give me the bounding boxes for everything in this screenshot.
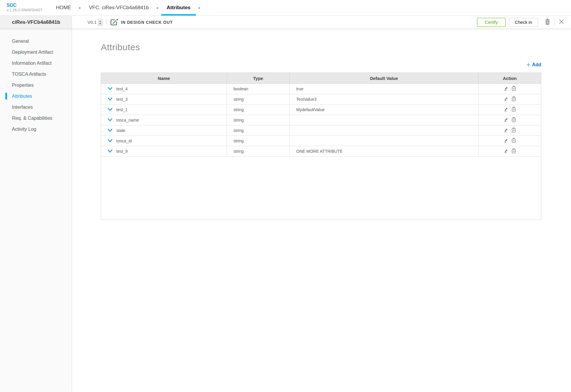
tab-attributes[interactable]: Attributes [161, 0, 196, 15]
breadcrumb: HOMEVFC: ciRes-VFCb4a6841bAttributes [51, 0, 203, 15]
edit-attribute-button[interactable] [503, 117, 509, 123]
delete-icon [512, 117, 516, 123]
sidebar-item-deployment-artifact[interactable]: Deployment Artifact [0, 47, 72, 58]
expand-row-button[interactable] [108, 139, 112, 143]
sidebar-item-information-artifact[interactable]: Information Artifact [0, 58, 72, 69]
divider [106, 18, 106, 26]
edit-attribute-button[interactable] [503, 148, 509, 154]
delete-icon [512, 127, 516, 133]
table-row: test_3stringTestValue3 [101, 94, 541, 105]
delete-attribute-button[interactable] [512, 107, 516, 113]
table-row: test_1stringMydefaultValue [101, 105, 541, 115]
table-header-row: NameTypeDefault ValueAction [101, 73, 541, 84]
expand-row-button[interactable] [108, 97, 112, 102]
sidebar-item-general[interactable]: General [0, 36, 72, 47]
column-header-default-value: Default Value [290, 73, 479, 84]
delete-attribute-button[interactable] [512, 148, 516, 154]
table-row: tosca_namestring [101, 115, 541, 125]
cell-action [479, 136, 541, 146]
delete-attribute-button[interactable] [512, 127, 516, 133]
edit-icon [503, 148, 509, 154]
expand-row-button[interactable] [108, 149, 112, 154]
cell-default-value: ONE MORE ATTRIBUTE [290, 146, 479, 156]
sidebar-item-req-capabilities[interactable]: Req. & Capabilities [0, 113, 72, 124]
cell-type: string [227, 136, 290, 146]
edit-attribute-button[interactable] [503, 107, 509, 113]
cell-name: test_9 [101, 146, 227, 156]
close-button[interactable] [559, 19, 564, 26]
breadcrumb-arrow-icon [157, 7, 159, 9]
version-selector[interactable]: V0.1 [87, 19, 102, 26]
check-in-button[interactable]: Check in [509, 18, 538, 27]
page-title: Attributes [101, 42, 541, 52]
edit-icon [503, 107, 509, 113]
cell-type: string [227, 115, 290, 125]
sidebar-item-tosca-artifacts[interactable]: TOSCA Artifacts [0, 69, 72, 80]
expand-row-button[interactable] [108, 87, 112, 91]
chevron-down-icon [108, 87, 112, 91]
edit-attribute-button[interactable] [503, 96, 509, 102]
attribute-name: tosca_name [116, 118, 139, 122]
delete-attribute-button[interactable] [512, 117, 516, 123]
column-header-type: Type [227, 73, 290, 84]
cell-name: state [101, 125, 227, 136]
sidebar-item-attributes[interactable]: Attributes [0, 91, 72, 102]
sidebar-item-interfaces[interactable]: Interfaces [0, 102, 72, 113]
trash-icon [545, 18, 550, 26]
divider [554, 18, 555, 26]
expand-row-button[interactable] [108, 108, 112, 112]
cell-action [479, 125, 541, 136]
edit-attribute-button[interactable] [503, 138, 509, 144]
close-icon [559, 19, 564, 26]
edit-icon [503, 86, 509, 92]
delete-attribute-button[interactable] [512, 96, 516, 102]
expand-row-button[interactable] [108, 118, 112, 122]
chevron-down-icon [108, 149, 112, 154]
sidebar-item-activity-log[interactable]: Activity Log [0, 124, 72, 135]
edit-icon [503, 96, 509, 102]
attribute-name: test_4 [116, 86, 128, 91]
app-version: v.1.16.2-SNAPSHOT [7, 8, 51, 12]
page-body: GeneralDeployment ArtifactInformation Ar… [0, 29, 571, 392]
delete-icon [512, 86, 516, 92]
edit-attribute-button[interactable] [503, 86, 509, 92]
tab-home[interactable]: HOME [51, 0, 76, 15]
attribute-name: test_1 [116, 107, 128, 112]
certify-button[interactable]: Certify [477, 18, 506, 27]
cell-default-value [290, 115, 479, 125]
cell-action [479, 94, 541, 104]
version-spinner[interactable] [98, 19, 102, 26]
cell-type: boolean [227, 84, 290, 94]
delete-attribute-button[interactable] [512, 86, 516, 92]
column-header-action: Action [479, 73, 541, 84]
attribute-name: test_3 [116, 97, 128, 102]
delete-attribute-button[interactable] [512, 138, 516, 144]
breadcrumb-arrow-icon [79, 7, 81, 9]
add-attribute-button[interactable]: + Add [526, 62, 541, 68]
cell-type: string [227, 146, 290, 156]
expand-row-button[interactable] [108, 128, 112, 133]
chevron-down-icon [108, 108, 112, 112]
cell-action [479, 84, 541, 94]
delete-entity-button[interactable] [545, 18, 550, 26]
cell-type: string [227, 94, 290, 104]
version-label: V0.1 [87, 20, 97, 25]
sidebar: GeneralDeployment ArtifactInformation Ar… [0, 29, 72, 392]
app-logo: SDC v.1.16.2-SNAPSHOT [0, 0, 51, 15]
table-body: test_4booleantruetest_3stringTestValue3t… [101, 84, 541, 157]
top-bar: SDC v.1.16.2-SNAPSHOT HOMEVFC: ciRes-VFC… [0, 0, 571, 16]
spinner-up-icon [99, 21, 101, 22]
cell-action [479, 146, 541, 156]
table-row: test_4booleantrue [101, 84, 541, 94]
cell-default-value [290, 136, 479, 146]
chevron-down-icon [108, 128, 112, 133]
entity-toolbar: ciRes-VFCb4a6841b V0.1 IN DESIGN CHECK O… [0, 16, 571, 29]
tab-vfc-cires-vfcb4a6841b[interactable]: VFC: ciRes-VFCb4a6841b [84, 0, 154, 15]
lifecycle-status: IN DESIGN CHECK OUT [121, 20, 173, 25]
delete-icon [512, 148, 516, 154]
cell-name: tosca_name [101, 115, 227, 125]
sidebar-item-properties[interactable]: Properties [0, 80, 72, 91]
edit-attribute-button[interactable] [503, 127, 509, 133]
header-actions: Certify Check in [477, 18, 571, 27]
checkout-icon [110, 19, 118, 26]
